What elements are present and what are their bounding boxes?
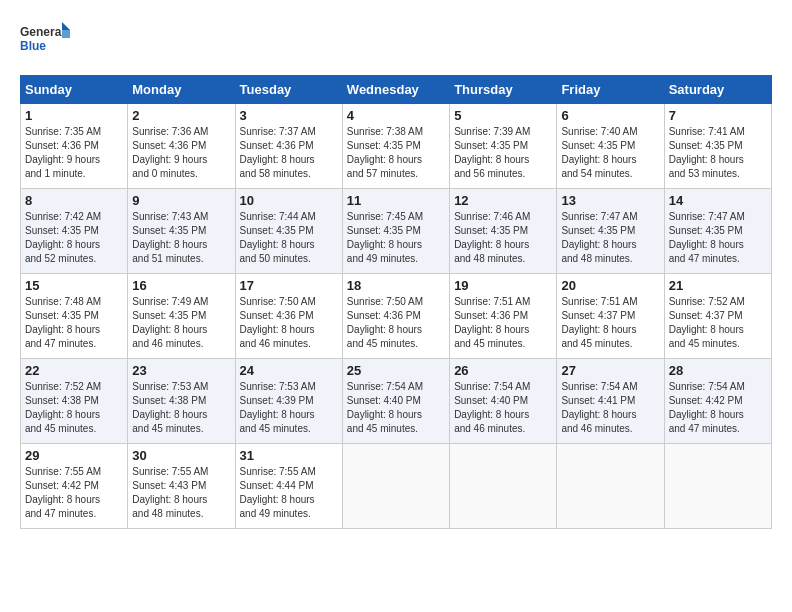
day-cell: 2Sunrise: 7:36 AM Sunset: 4:36 PM Daylig… xyxy=(128,104,235,189)
day-number: 29 xyxy=(25,448,123,463)
header-monday: Monday xyxy=(128,76,235,104)
day-info: Sunrise: 7:36 AM Sunset: 4:36 PM Dayligh… xyxy=(132,125,230,181)
day-info: Sunrise: 7:54 AM Sunset: 4:40 PM Dayligh… xyxy=(454,380,552,436)
day-info: Sunrise: 7:44 AM Sunset: 4:35 PM Dayligh… xyxy=(240,210,338,266)
day-info: Sunrise: 7:43 AM Sunset: 4:35 PM Dayligh… xyxy=(132,210,230,266)
day-number: 27 xyxy=(561,363,659,378)
day-number: 16 xyxy=(132,278,230,293)
day-number: 2 xyxy=(132,108,230,123)
header-thursday: Thursday xyxy=(450,76,557,104)
day-cell: 15Sunrise: 7:48 AM Sunset: 4:35 PM Dayli… xyxy=(21,274,128,359)
day-number: 28 xyxy=(669,363,767,378)
day-cell: 12Sunrise: 7:46 AM Sunset: 4:35 PM Dayli… xyxy=(450,189,557,274)
day-number: 6 xyxy=(561,108,659,123)
week-row-5: 29Sunrise: 7:55 AM Sunset: 4:42 PM Dayli… xyxy=(21,444,772,529)
day-info: Sunrise: 7:40 AM Sunset: 4:35 PM Dayligh… xyxy=(561,125,659,181)
header-wednesday: Wednesday xyxy=(342,76,449,104)
day-cell: 25Sunrise: 7:54 AM Sunset: 4:40 PM Dayli… xyxy=(342,359,449,444)
day-cell: 30Sunrise: 7:55 AM Sunset: 4:43 PM Dayli… xyxy=(128,444,235,529)
header-sunday: Sunday xyxy=(21,76,128,104)
page-header: General Blue xyxy=(20,20,772,65)
day-info: Sunrise: 7:55 AM Sunset: 4:42 PM Dayligh… xyxy=(25,465,123,521)
day-cell: 6Sunrise: 7:40 AM Sunset: 4:35 PM Daylig… xyxy=(557,104,664,189)
day-cell: 20Sunrise: 7:51 AM Sunset: 4:37 PM Dayli… xyxy=(557,274,664,359)
day-number: 25 xyxy=(347,363,445,378)
day-info: Sunrise: 7:53 AM Sunset: 4:38 PM Dayligh… xyxy=(132,380,230,436)
day-cell xyxy=(450,444,557,529)
day-cell: 27Sunrise: 7:54 AM Sunset: 4:41 PM Dayli… xyxy=(557,359,664,444)
day-number: 15 xyxy=(25,278,123,293)
day-info: Sunrise: 7:50 AM Sunset: 4:36 PM Dayligh… xyxy=(240,295,338,351)
day-number: 31 xyxy=(240,448,338,463)
day-number: 22 xyxy=(25,363,123,378)
day-number: 26 xyxy=(454,363,552,378)
day-number: 10 xyxy=(240,193,338,208)
day-number: 19 xyxy=(454,278,552,293)
day-cell: 1Sunrise: 7:35 AM Sunset: 4:36 PM Daylig… xyxy=(21,104,128,189)
day-info: Sunrise: 7:35 AM Sunset: 4:36 PM Dayligh… xyxy=(25,125,123,181)
day-cell: 17Sunrise: 7:50 AM Sunset: 4:36 PM Dayli… xyxy=(235,274,342,359)
day-number: 23 xyxy=(132,363,230,378)
day-number: 9 xyxy=(132,193,230,208)
day-info: Sunrise: 7:52 AM Sunset: 4:38 PM Dayligh… xyxy=(25,380,123,436)
day-info: Sunrise: 7:55 AM Sunset: 4:43 PM Dayligh… xyxy=(132,465,230,521)
day-cell: 21Sunrise: 7:52 AM Sunset: 4:37 PM Dayli… xyxy=(664,274,771,359)
day-number: 4 xyxy=(347,108,445,123)
day-info: Sunrise: 7:51 AM Sunset: 4:37 PM Dayligh… xyxy=(561,295,659,351)
day-cell: 7Sunrise: 7:41 AM Sunset: 4:35 PM Daylig… xyxy=(664,104,771,189)
header-row: SundayMondayTuesdayWednesdayThursdayFrid… xyxy=(21,76,772,104)
day-cell: 16Sunrise: 7:49 AM Sunset: 4:35 PM Dayli… xyxy=(128,274,235,359)
day-number: 5 xyxy=(454,108,552,123)
day-info: Sunrise: 7:48 AM Sunset: 4:35 PM Dayligh… xyxy=(25,295,123,351)
day-number: 12 xyxy=(454,193,552,208)
day-number: 13 xyxy=(561,193,659,208)
header-tuesday: Tuesday xyxy=(235,76,342,104)
day-cell: 11Sunrise: 7:45 AM Sunset: 4:35 PM Dayli… xyxy=(342,189,449,274)
day-cell: 24Sunrise: 7:53 AM Sunset: 4:39 PM Dayli… xyxy=(235,359,342,444)
svg-text:General: General xyxy=(20,25,65,39)
calendar-table: SundayMondayTuesdayWednesdayThursdayFrid… xyxy=(20,75,772,529)
day-cell xyxy=(342,444,449,529)
day-cell: 14Sunrise: 7:47 AM Sunset: 4:35 PM Dayli… xyxy=(664,189,771,274)
day-cell: 10Sunrise: 7:44 AM Sunset: 4:35 PM Dayli… xyxy=(235,189,342,274)
day-info: Sunrise: 7:46 AM Sunset: 4:35 PM Dayligh… xyxy=(454,210,552,266)
day-cell xyxy=(557,444,664,529)
day-number: 18 xyxy=(347,278,445,293)
header-saturday: Saturday xyxy=(664,76,771,104)
day-info: Sunrise: 7:49 AM Sunset: 4:35 PM Dayligh… xyxy=(132,295,230,351)
day-cell: 19Sunrise: 7:51 AM Sunset: 4:36 PM Dayli… xyxy=(450,274,557,359)
day-cell: 23Sunrise: 7:53 AM Sunset: 4:38 PM Dayli… xyxy=(128,359,235,444)
day-number: 24 xyxy=(240,363,338,378)
day-cell: 29Sunrise: 7:55 AM Sunset: 4:42 PM Dayli… xyxy=(21,444,128,529)
day-info: Sunrise: 7:41 AM Sunset: 4:35 PM Dayligh… xyxy=(669,125,767,181)
day-info: Sunrise: 7:47 AM Sunset: 4:35 PM Dayligh… xyxy=(561,210,659,266)
day-number: 30 xyxy=(132,448,230,463)
day-info: Sunrise: 7:45 AM Sunset: 4:35 PM Dayligh… xyxy=(347,210,445,266)
day-number: 3 xyxy=(240,108,338,123)
day-cell: 9Sunrise: 7:43 AM Sunset: 4:35 PM Daylig… xyxy=(128,189,235,274)
day-number: 20 xyxy=(561,278,659,293)
day-cell: 8Sunrise: 7:42 AM Sunset: 4:35 PM Daylig… xyxy=(21,189,128,274)
day-info: Sunrise: 7:38 AM Sunset: 4:35 PM Dayligh… xyxy=(347,125,445,181)
svg-marker-3 xyxy=(62,30,70,38)
day-cell: 5Sunrise: 7:39 AM Sunset: 4:35 PM Daylig… xyxy=(450,104,557,189)
logo: General Blue xyxy=(20,20,70,65)
day-cell: 18Sunrise: 7:50 AM Sunset: 4:36 PM Dayli… xyxy=(342,274,449,359)
day-info: Sunrise: 7:51 AM Sunset: 4:36 PM Dayligh… xyxy=(454,295,552,351)
day-cell: 4Sunrise: 7:38 AM Sunset: 4:35 PM Daylig… xyxy=(342,104,449,189)
day-info: Sunrise: 7:42 AM Sunset: 4:35 PM Dayligh… xyxy=(25,210,123,266)
day-cell: 22Sunrise: 7:52 AM Sunset: 4:38 PM Dayli… xyxy=(21,359,128,444)
header-friday: Friday xyxy=(557,76,664,104)
day-info: Sunrise: 7:53 AM Sunset: 4:39 PM Dayligh… xyxy=(240,380,338,436)
day-number: 14 xyxy=(669,193,767,208)
day-info: Sunrise: 7:52 AM Sunset: 4:37 PM Dayligh… xyxy=(669,295,767,351)
day-cell: 3Sunrise: 7:37 AM Sunset: 4:36 PM Daylig… xyxy=(235,104,342,189)
week-row-4: 22Sunrise: 7:52 AM Sunset: 4:38 PM Dayli… xyxy=(21,359,772,444)
day-number: 8 xyxy=(25,193,123,208)
day-info: Sunrise: 7:55 AM Sunset: 4:44 PM Dayligh… xyxy=(240,465,338,521)
week-row-3: 15Sunrise: 7:48 AM Sunset: 4:35 PM Dayli… xyxy=(21,274,772,359)
day-number: 1 xyxy=(25,108,123,123)
week-row-2: 8Sunrise: 7:42 AM Sunset: 4:35 PM Daylig… xyxy=(21,189,772,274)
svg-marker-2 xyxy=(62,22,70,30)
day-info: Sunrise: 7:39 AM Sunset: 4:35 PM Dayligh… xyxy=(454,125,552,181)
